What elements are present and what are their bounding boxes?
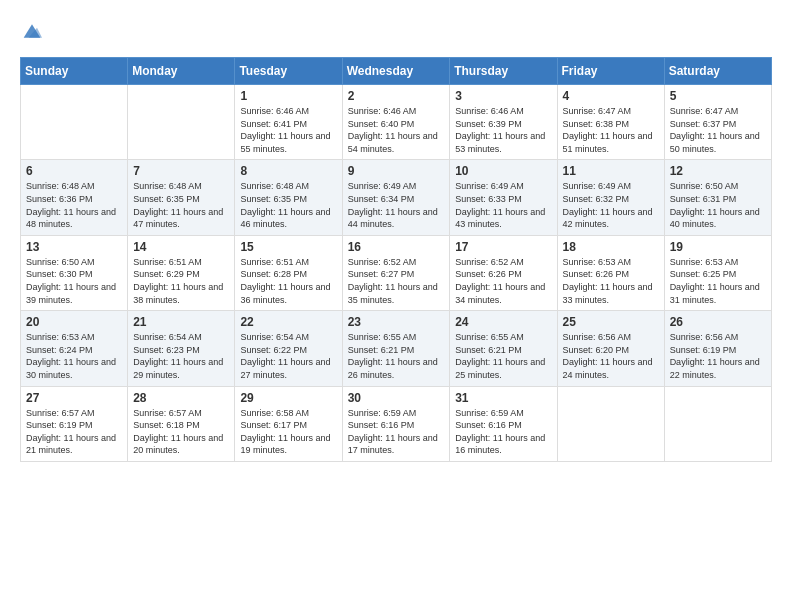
calendar-day-cell: 14Sunrise: 6:51 AM Sunset: 6:29 PM Dayli… (128, 235, 235, 310)
day-of-week-header: Monday (128, 58, 235, 85)
day-info: Sunrise: 6:55 AM Sunset: 6:21 PM Dayligh… (455, 331, 551, 381)
day-info: Sunrise: 6:49 AM Sunset: 6:34 PM Dayligh… (348, 180, 445, 230)
calendar-day-cell (557, 386, 664, 461)
day-of-week-header: Sunday (21, 58, 128, 85)
logo (20, 20, 48, 41)
day-number: 12 (670, 164, 766, 178)
day-info: Sunrise: 6:57 AM Sunset: 6:19 PM Dayligh… (26, 407, 122, 457)
day-number: 7 (133, 164, 229, 178)
calendar-day-cell: 1Sunrise: 6:46 AM Sunset: 6:41 PM Daylig… (235, 85, 342, 160)
day-info: Sunrise: 6:49 AM Sunset: 6:33 PM Dayligh… (455, 180, 551, 230)
calendar-day-cell: 26Sunrise: 6:56 AM Sunset: 6:19 PM Dayli… (664, 311, 771, 386)
day-info: Sunrise: 6:53 AM Sunset: 6:26 PM Dayligh… (563, 256, 659, 306)
day-number: 24 (455, 315, 551, 329)
day-number: 26 (670, 315, 766, 329)
day-number: 2 (348, 89, 445, 103)
day-number: 17 (455, 240, 551, 254)
day-info: Sunrise: 6:46 AM Sunset: 6:41 PM Dayligh… (240, 105, 336, 155)
calendar-day-cell: 17Sunrise: 6:52 AM Sunset: 6:26 PM Dayli… (450, 235, 557, 310)
day-info: Sunrise: 6:55 AM Sunset: 6:21 PM Dayligh… (348, 331, 445, 381)
calendar-day-cell: 20Sunrise: 6:53 AM Sunset: 6:24 PM Dayli… (21, 311, 128, 386)
calendar-week-row: 1Sunrise: 6:46 AM Sunset: 6:41 PM Daylig… (21, 85, 772, 160)
day-number: 15 (240, 240, 336, 254)
day-number: 4 (563, 89, 659, 103)
day-of-week-header: Saturday (664, 58, 771, 85)
calendar-day-cell: 9Sunrise: 6:49 AM Sunset: 6:34 PM Daylig… (342, 160, 450, 235)
calendar-day-cell: 25Sunrise: 6:56 AM Sunset: 6:20 PM Dayli… (557, 311, 664, 386)
calendar-day-cell: 27Sunrise: 6:57 AM Sunset: 6:19 PM Dayli… (21, 386, 128, 461)
day-number: 19 (670, 240, 766, 254)
day-number: 14 (133, 240, 229, 254)
day-info: Sunrise: 6:46 AM Sunset: 6:40 PM Dayligh… (348, 105, 445, 155)
calendar-header-row: SundayMondayTuesdayWednesdayThursdayFrid… (21, 58, 772, 85)
logo-icon (20, 21, 44, 41)
day-info: Sunrise: 6:59 AM Sunset: 6:16 PM Dayligh… (455, 407, 551, 457)
calendar-week-row: 27Sunrise: 6:57 AM Sunset: 6:19 PM Dayli… (21, 386, 772, 461)
day-number: 20 (26, 315, 122, 329)
day-info: Sunrise: 6:46 AM Sunset: 6:39 PM Dayligh… (455, 105, 551, 155)
day-number: 25 (563, 315, 659, 329)
day-number: 5 (670, 89, 766, 103)
calendar-day-cell: 29Sunrise: 6:58 AM Sunset: 6:17 PM Dayli… (235, 386, 342, 461)
day-info: Sunrise: 6:51 AM Sunset: 6:29 PM Dayligh… (133, 256, 229, 306)
day-info: Sunrise: 6:58 AM Sunset: 6:17 PM Dayligh… (240, 407, 336, 457)
calendar-day-cell: 10Sunrise: 6:49 AM Sunset: 6:33 PM Dayli… (450, 160, 557, 235)
day-info: Sunrise: 6:48 AM Sunset: 6:35 PM Dayligh… (240, 180, 336, 230)
page-header (20, 20, 772, 41)
day-number: 10 (455, 164, 551, 178)
day-number: 23 (348, 315, 445, 329)
calendar-day-cell: 23Sunrise: 6:55 AM Sunset: 6:21 PM Dayli… (342, 311, 450, 386)
calendar-day-cell: 24Sunrise: 6:55 AM Sunset: 6:21 PM Dayli… (450, 311, 557, 386)
calendar-day-cell: 19Sunrise: 6:53 AM Sunset: 6:25 PM Dayli… (664, 235, 771, 310)
day-info: Sunrise: 6:50 AM Sunset: 6:31 PM Dayligh… (670, 180, 766, 230)
calendar-day-cell (128, 85, 235, 160)
calendar-week-row: 6Sunrise: 6:48 AM Sunset: 6:36 PM Daylig… (21, 160, 772, 235)
calendar-day-cell: 5Sunrise: 6:47 AM Sunset: 6:37 PM Daylig… (664, 85, 771, 160)
calendar-day-cell: 18Sunrise: 6:53 AM Sunset: 6:26 PM Dayli… (557, 235, 664, 310)
day-number: 29 (240, 391, 336, 405)
calendar-week-row: 20Sunrise: 6:53 AM Sunset: 6:24 PM Dayli… (21, 311, 772, 386)
calendar-day-cell: 22Sunrise: 6:54 AM Sunset: 6:22 PM Dayli… (235, 311, 342, 386)
day-info: Sunrise: 6:54 AM Sunset: 6:23 PM Dayligh… (133, 331, 229, 381)
calendar-day-cell: 15Sunrise: 6:51 AM Sunset: 6:28 PM Dayli… (235, 235, 342, 310)
calendar-day-cell: 4Sunrise: 6:47 AM Sunset: 6:38 PM Daylig… (557, 85, 664, 160)
day-number: 31 (455, 391, 551, 405)
day-number: 30 (348, 391, 445, 405)
calendar-day-cell: 21Sunrise: 6:54 AM Sunset: 6:23 PM Dayli… (128, 311, 235, 386)
calendar-day-cell: 11Sunrise: 6:49 AM Sunset: 6:32 PM Dayli… (557, 160, 664, 235)
day-info: Sunrise: 6:54 AM Sunset: 6:22 PM Dayligh… (240, 331, 336, 381)
day-info: Sunrise: 6:47 AM Sunset: 6:38 PM Dayligh… (563, 105, 659, 155)
calendar-day-cell: 31Sunrise: 6:59 AM Sunset: 6:16 PM Dayli… (450, 386, 557, 461)
day-of-week-header: Thursday (450, 58, 557, 85)
day-number: 21 (133, 315, 229, 329)
calendar-day-cell: 7Sunrise: 6:48 AM Sunset: 6:35 PM Daylig… (128, 160, 235, 235)
day-number: 6 (26, 164, 122, 178)
day-number: 27 (26, 391, 122, 405)
day-info: Sunrise: 6:48 AM Sunset: 6:36 PM Dayligh… (26, 180, 122, 230)
day-of-week-header: Wednesday (342, 58, 450, 85)
day-number: 13 (26, 240, 122, 254)
day-info: Sunrise: 6:52 AM Sunset: 6:26 PM Dayligh… (455, 256, 551, 306)
day-number: 1 (240, 89, 336, 103)
day-info: Sunrise: 6:59 AM Sunset: 6:16 PM Dayligh… (348, 407, 445, 457)
day-info: Sunrise: 6:52 AM Sunset: 6:27 PM Dayligh… (348, 256, 445, 306)
day-info: Sunrise: 6:47 AM Sunset: 6:37 PM Dayligh… (670, 105, 766, 155)
day-number: 16 (348, 240, 445, 254)
calendar-day-cell: 3Sunrise: 6:46 AM Sunset: 6:39 PM Daylig… (450, 85, 557, 160)
calendar-day-cell: 6Sunrise: 6:48 AM Sunset: 6:36 PM Daylig… (21, 160, 128, 235)
calendar-week-row: 13Sunrise: 6:50 AM Sunset: 6:30 PM Dayli… (21, 235, 772, 310)
day-info: Sunrise: 6:57 AM Sunset: 6:18 PM Dayligh… (133, 407, 229, 457)
calendar-day-cell: 28Sunrise: 6:57 AM Sunset: 6:18 PM Dayli… (128, 386, 235, 461)
day-info: Sunrise: 6:56 AM Sunset: 6:20 PM Dayligh… (563, 331, 659, 381)
day-number: 28 (133, 391, 229, 405)
day-info: Sunrise: 6:53 AM Sunset: 6:25 PM Dayligh… (670, 256, 766, 306)
calendar-day-cell: 2Sunrise: 6:46 AM Sunset: 6:40 PM Daylig… (342, 85, 450, 160)
calendar-day-cell: 12Sunrise: 6:50 AM Sunset: 6:31 PM Dayli… (664, 160, 771, 235)
day-info: Sunrise: 6:50 AM Sunset: 6:30 PM Dayligh… (26, 256, 122, 306)
day-number: 22 (240, 315, 336, 329)
calendar-day-cell: 13Sunrise: 6:50 AM Sunset: 6:30 PM Dayli… (21, 235, 128, 310)
day-info: Sunrise: 6:53 AM Sunset: 6:24 PM Dayligh… (26, 331, 122, 381)
day-number: 11 (563, 164, 659, 178)
calendar-day-cell: 16Sunrise: 6:52 AM Sunset: 6:27 PM Dayli… (342, 235, 450, 310)
day-of-week-header: Tuesday (235, 58, 342, 85)
